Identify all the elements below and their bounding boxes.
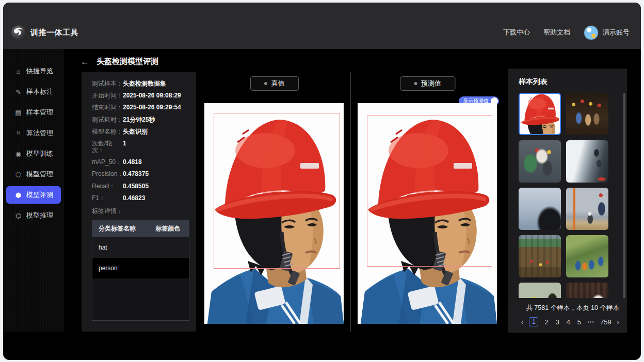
label-row-hat: hat	[92, 237, 189, 258]
info-label: mAP_50：	[92, 159, 123, 166]
sample-list-title: 样本列表	[519, 77, 548, 87]
sample-thumbnail-construction-crane[interactable]	[566, 188, 608, 230]
info-row-2: 结束时间：2025-08-26 09:29:54	[92, 104, 189, 111]
pagination-prev-icon[interactable]: ‹	[521, 318, 523, 326]
pagination-page-759[interactable]: 759	[600, 318, 611, 326]
label-name: person	[92, 265, 147, 272]
compare-area: 真值 预测值 显示预测值	[198, 72, 504, 332]
bullet-icon	[264, 82, 267, 85]
top-bar: 训推一体工具 下载中心 帮助文档 演示账号	[3, 3, 641, 49]
sidebar-item-label: 样本管理	[26, 108, 53, 117]
label-color-header: 标签颜色	[147, 224, 189, 233]
sidebar-item-label: 算法管理	[26, 128, 53, 138]
sample-count-text: 共 7581 个样本，本页 10 个样本	[508, 304, 619, 312]
info-value: 21分钟25秒	[123, 117, 155, 123]
sample-thumbnail-miners-group[interactable]	[566, 93, 608, 135]
sidebar-item-quick-nav[interactable]: ⌂快捷导览	[6, 62, 61, 80]
model-icon: ⬡	[14, 171, 22, 178]
page-title: 头盔检测模型评测	[96, 57, 158, 67]
thumbnail-grid	[519, 93, 608, 298]
thumbnail-image	[566, 235, 608, 277]
info-label: F1：	[92, 195, 123, 202]
info-row-6: mAP_50：0.4818	[92, 159, 189, 166]
info-row-4: 模型名称：头盔识别	[92, 128, 189, 135]
sidebar-item-model-management[interactable]: ⬡模型管理	[6, 166, 61, 183]
prediction-panel: 预测值 显示预测值	[351, 72, 504, 332]
pagination: ‹12345•••759›	[508, 317, 619, 326]
avatar[interactable]	[584, 25, 599, 40]
sidebar-item-model-training[interactable]: ◉模型训练	[6, 145, 61, 162]
info-row-3: 测试耗时：21分钟25秒	[92, 117, 189, 123]
info-value: 0.4818	[123, 159, 142, 166]
account-name: 演示账号	[603, 28, 630, 37]
thumbnail-image	[566, 93, 608, 135]
sidebar-item-label: 模型推理	[26, 211, 53, 220]
info-row-5: 次数/轮次：1	[92, 140, 189, 154]
label-table-body: hatperson	[92, 237, 189, 278]
truth-bbox	[214, 113, 341, 269]
info-value: 2025-08-26 09:08:29	[123, 92, 181, 99]
info-value: 0.478375	[123, 171, 149, 177]
account-menu[interactable]: 演示账号	[584, 25, 630, 40]
info-rows: 测试样本：头盔检测数据集开始时间：2025-08-26 09:08:29结束时间…	[92, 80, 189, 202]
sidebar-item-model-inference[interactable]: ⌬模型推理	[6, 207, 61, 224]
code-icon: ⌗	[14, 129, 22, 137]
back-arrow-icon[interactable]: ←	[81, 57, 89, 66]
sidebar-item-sample-management[interactable]: ▤样本管理	[6, 104, 61, 121]
prediction-button[interactable]: 预测值	[400, 76, 455, 91]
sample-thumbnail-indoor-yellow-hat[interactable]	[519, 283, 561, 298]
thumbnail-image	[519, 188, 561, 230]
label-table: 分类标签名称 标签颜色 hatperson	[92, 220, 189, 321]
ground-truth-image[interactable]	[204, 103, 344, 324]
sample-list-footer: 共 7581 个样本，本页 10 个样本 ‹12345•••759›	[508, 298, 627, 333]
sample-thumbnail-cliff-climbers[interactable]	[566, 140, 608, 183]
app-logo: 训推一体工具	[11, 25, 78, 40]
app-title: 训推一体工具	[30, 28, 78, 38]
page-header: ← 头盔检测模型评测	[81, 57, 158, 67]
info-value: 0.46823	[123, 195, 145, 202]
scrollbar-thumb[interactable]	[623, 93, 625, 299]
thumbnail-image	[566, 140, 608, 183]
sample-thumbnail-field-linemen[interactable]	[566, 235, 608, 277]
sample-thumbnail-silhouette-worker[interactable]	[519, 188, 561, 230]
ground-truth-button[interactable]: 真值	[250, 76, 299, 91]
pagination-page-4[interactable]: 4	[566, 318, 571, 326]
label-name: hat	[92, 244, 147, 251]
sidebar-item-sample-annotation[interactable]: ✎样本标注	[6, 83, 61, 101]
info-label: 次数/轮次：	[92, 140, 123, 154]
pagination-ellipsis[interactable]: •••	[587, 319, 594, 325]
thumbnail-image	[566, 283, 608, 298]
screenshot-frame: 训推一体工具 下载中心 帮助文档 演示账号 ⌂快捷导览✎样本标注▤样本管理⌗算法…	[0, 0, 644, 362]
ground-truth-label: 真值	[271, 79, 285, 88]
info-label: Recall：	[92, 183, 123, 190]
sample-thumbnail-rescue-scene[interactable]	[519, 140, 561, 183]
pagination-page-5[interactable]: 5	[576, 318, 582, 326]
info-label: Precision：	[92, 171, 123, 177]
pagination-page-2[interactable]: 2	[544, 318, 549, 326]
pagination-page-1[interactable]: 1	[529, 317, 538, 326]
prediction-image[interactable]	[358, 103, 497, 324]
pagination-next-icon[interactable]: ›	[617, 318, 619, 326]
thumbnail-image	[519, 235, 561, 277]
info-row-7: Precision：0.478375	[92, 171, 189, 177]
thumbnail-image	[519, 140, 561, 183]
label-row-person: person	[92, 258, 189, 278]
help-docs-link[interactable]: 帮助文档	[543, 28, 570, 37]
sidebar-item-model-evaluation[interactable]: ⬢模型评测	[6, 186, 61, 204]
sample-thumbnail-helmet-man[interactable]	[519, 93, 561, 135]
sample-list-panel: 样本列表 共 7581 个样本，本页 10 个样本 ‹12345•••759›	[508, 69, 627, 333]
sidebar-item-label: 快捷导览	[26, 67, 53, 76]
evaluation-info-panel: 测试样本：头盔检测数据集开始时间：2025-08-26 09:08:29结束时间…	[82, 72, 196, 332]
sidebar-item-algorithm-management[interactable]: ⌗算法管理	[6, 124, 61, 142]
sample-thumbnail-scaffolding-site[interactable]	[519, 235, 561, 277]
sample-thumbnail-rebar-wall[interactable]	[566, 283, 608, 298]
sidebar: ⌂快捷导览✎样本标注▤样本管理⌗算法管理◉模型训练⬡模型管理⬢模型评测⌬模型推理	[3, 49, 64, 332]
info-label: 模型名称：	[92, 128, 123, 135]
info-label: 结束时间：	[92, 104, 123, 111]
evaluation-icon: ⬢	[14, 191, 22, 199]
download-center-link[interactable]: 下载中心	[503, 28, 530, 37]
pagination-page-3[interactable]: 3	[555, 318, 560, 326]
labels-caption: 标签详情：	[92, 207, 189, 216]
training-icon: ◉	[14, 150, 22, 158]
label-table-header: 分类标签名称 标签颜色	[92, 220, 189, 237]
